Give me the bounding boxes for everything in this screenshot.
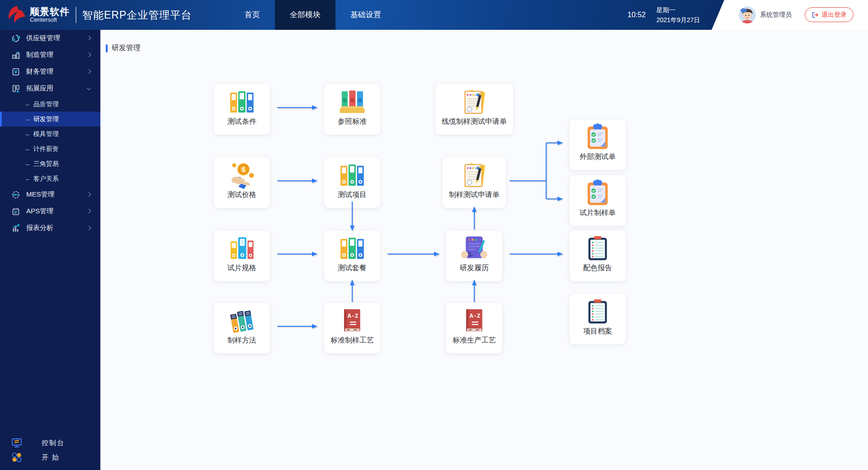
console-button[interactable]: 控制台 <box>0 436 100 450</box>
logout-button[interactable]: 退出登录 <box>805 7 854 22</box>
app-title: 智能ERP企业管理平台 <box>82 8 192 22</box>
chevron-right-icon <box>87 192 91 197</box>
sidebar-item-label: 财务管理 <box>26 67 53 76</box>
page-title-accent-bar <box>106 44 108 52</box>
sidebar-item-aps[interactable]: APS管理 <box>0 203 100 220</box>
dash-icon: – <box>26 175 29 183</box>
flow-node-label: 标准生产工艺 <box>453 336 496 345</box>
sidebar-item-manufacturing[interactable]: 制造管理 <box>0 47 100 63</box>
flow-node-label: 测试条件 <box>227 117 256 127</box>
sidebar-item-report[interactable]: 报表分析 <box>0 220 100 236</box>
sidebar-subitem-customer[interactable]: –客户关系 <box>0 171 100 186</box>
moneyhand-icon <box>227 161 256 190</box>
flow-node-dangan[interactable]: 项目档案 <box>570 294 626 344</box>
sidebar-subitem-label: 模具管理 <box>33 130 59 138</box>
nav-tab-all-modules[interactable]: 全部模块 <box>275 0 335 30</box>
weekday-label: 星期一 <box>656 5 700 15</box>
flow-node-shipian[interactable]: 试片规格 <box>214 230 270 281</box>
flow-node-label: 外部测试单 <box>580 152 616 162</box>
flow-node-label: 试片规格 <box>227 263 256 273</box>
sidebar-subitem-label: 计件薪资 <box>33 145 59 153</box>
flow-node-cetiao[interactable]: 测试条件 <box>214 84 270 135</box>
flow-node-label: 配色报告 <box>583 263 612 273</box>
clipnavy-icon <box>583 297 612 326</box>
sidebar-item-finance[interactable]: 财务管理 <box>0 63 100 80</box>
sidebar-subitem-label: 研发管理 <box>33 115 59 123</box>
flow-node-cejiage[interactable]: 测试价格 <box>214 157 270 208</box>
top-bar: 顺景软件 Centersoft 智能ERP企业管理平台 首页 全部模块 基础设置… <box>0 0 868 30</box>
clipnavy-icon <box>583 234 612 263</box>
sidebar-item-supply-chain[interactable]: 供应链管理 <box>0 30 100 47</box>
brand: 顺景软件 Centersoft 智能ERP企业管理平台 <box>6 0 192 30</box>
brand-title: 顺景软件 <box>30 7 70 17</box>
mes-icon <box>11 190 20 199</box>
brand-subtitle: Centersoft <box>30 17 70 23</box>
start-icon <box>11 451 23 463</box>
flow-node-label: 制样方法 <box>227 336 256 345</box>
date-label: 2021年9月27日 <box>656 15 700 25</box>
flow-node-shipianzy[interactable]: 试片制样单 <box>570 175 626 226</box>
logout-icon <box>811 11 819 19</box>
dict-icon <box>338 306 367 335</box>
flow-node-label: 试片制样单 <box>580 208 616 218</box>
nav-tab-home[interactable]: 首页 <box>230 0 275 30</box>
logout-label: 退出登录 <box>821 11 847 19</box>
clock-time: 10:52 <box>627 0 646 30</box>
start-button[interactable]: 开 始 <box>0 450 100 465</box>
flow-node-xianlan[interactable]: 线缆制样测试申请单 <box>435 84 513 135</box>
manufacturing-icon <box>11 51 20 60</box>
supply-chain-icon <box>11 34 20 43</box>
dash-icon: – <box>26 146 29 153</box>
sidebar-item-label: APS管理 <box>26 207 53 216</box>
flow-node-label: 制样测试申请单 <box>449 190 500 200</box>
flow-node-label: 研发履历 <box>460 263 489 273</box>
flow-node-cexiangmu[interactable]: 测试项目 <box>324 157 380 208</box>
flow-node-zhiyangff[interactable]: 制样方法 <box>214 303 270 353</box>
brand-divider <box>75 7 76 23</box>
chevron-right-icon <box>87 209 91 213</box>
sidebar-item-mes[interactable]: MES管理 <box>0 186 100 203</box>
avatar-image <box>739 6 756 24</box>
sidebar-footer: 控制台 开 始 <box>0 436 100 465</box>
flow-node-label: 标准制样工艺 <box>330 336 374 345</box>
sidebar-subitem-triangle-trade[interactable]: –三角贸易 <box>0 156 100 171</box>
nav-tab-basic-settings[interactable]: 基础设置 <box>335 0 396 30</box>
flow-node-label: 测试项目 <box>338 190 367 200</box>
report-icon <box>11 224 20 233</box>
flow-node-bzshengchan[interactable]: 标准生产工艺 <box>446 303 502 353</box>
binders-icon <box>338 161 367 190</box>
chevron-right-icon <box>87 52 91 57</box>
centersoft-logo-icon <box>6 5 27 25</box>
flow-node-yanfa[interactable]: 研发履历 <box>446 230 502 281</box>
sidebar-subitem-piece-salary[interactable]: –计件薪资 <box>0 141 100 156</box>
finance-icon <box>11 67 20 76</box>
sidebar: 供应链管理制造管理财务管理拓展应用–品质管理–研发管理–模具管理–计件薪资–三角… <box>0 0 100 470</box>
user-area: 系统管理员 <box>739 6 792 24</box>
sidebar-item-label: 供应链管理 <box>26 34 60 42</box>
sidebar-item-extensions[interactable]: 拓展应用 <box>0 80 100 97</box>
dash-icon: – <box>26 160 29 168</box>
flow-node-label: 项目档案 <box>583 327 612 336</box>
flow-node-peise[interactable]: 配色报告 <box>570 230 626 281</box>
flow-node-waibu[interactable]: 外部测试单 <box>570 119 626 170</box>
avatar[interactable] <box>739 6 756 24</box>
sidebar-subitem-label: 品质管理 <box>33 100 59 108</box>
chevron-right-icon <box>87 36 91 40</box>
sidebar-item-label: 报表分析 <box>26 224 53 232</box>
binders-icon <box>338 234 367 263</box>
cliporange-icon <box>583 179 612 208</box>
top-nav: 首页 全部模块 基础设置 <box>230 0 396 30</box>
flow-node-zhiyangsq[interactable]: 制样测试申请单 <box>443 157 506 208</box>
dash-icon: – <box>26 131 29 138</box>
flow-node-canzhao[interactable]: 参照标准 <box>324 84 380 135</box>
flow-node-bzzhiyang[interactable]: 标准制样工艺 <box>324 303 380 353</box>
flow-node-cetaocan[interactable]: 测试套餐 <box>324 230 380 281</box>
console-label: 控制台 <box>42 439 65 447</box>
sidebar-subitem-mold[interactable]: –模具管理 <box>0 127 100 141</box>
reqform-icon <box>460 161 489 190</box>
sidebar-subitem-label: 客户关系 <box>33 175 59 183</box>
flow-node-label: 线缆制样测试申请单 <box>442 117 507 127</box>
sidebar-subitem-quality[interactable]: –品质管理 <box>0 97 100 112</box>
sidebar-subitem-rd[interactable]: –研发管理 <box>0 112 100 127</box>
sidebar-item-label: 拓展应用 <box>26 84 53 93</box>
